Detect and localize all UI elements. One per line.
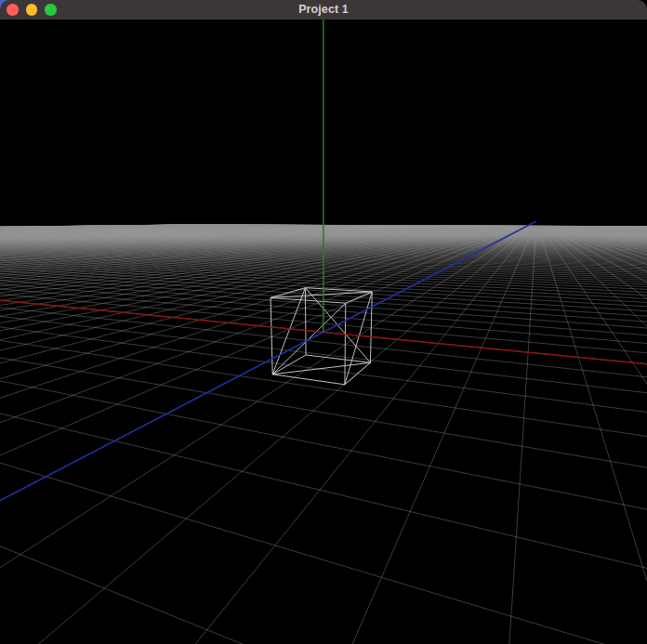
app-window: Project 1 bbox=[0, 0, 647, 644]
viewport-3d[interactable] bbox=[0, 20, 647, 644]
titlebar[interactable]: Project 1 bbox=[0, 0, 647, 20]
viewport-wrap bbox=[0, 20, 647, 644]
window-title: Project 1 bbox=[0, 0, 647, 20]
